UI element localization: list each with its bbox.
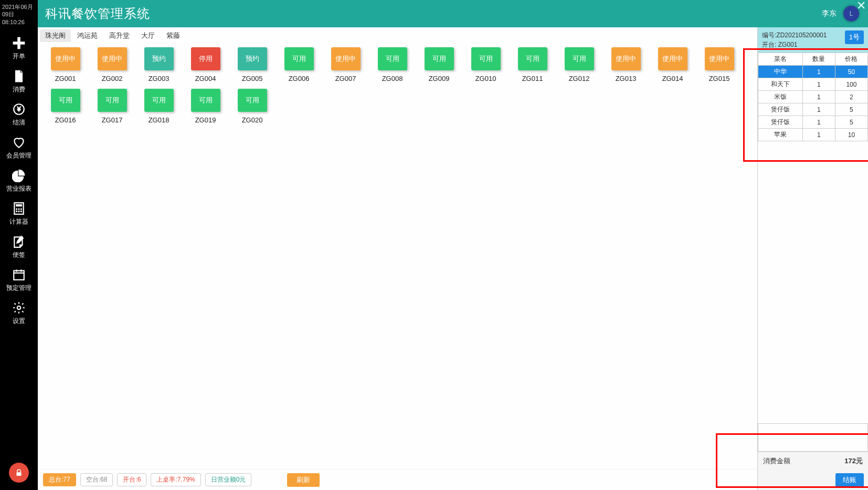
nav-member[interactable]: 会员管理 <box>0 130 38 163</box>
table-status-box[interactable]: 预约 <box>144 47 174 70</box>
clock: 2021年06月09日 08:10:26 <box>0 2 38 31</box>
nav-label: 营业报表 <box>6 184 31 193</box>
table-status-box[interactable]: 使用中 <box>98 47 127 70</box>
table-ZG001[interactable]: 使用中ZG001 <box>42 47 89 82</box>
nav-note[interactable]: 便签 <box>0 230 38 263</box>
tab-2[interactable]: 高升堂 <box>104 29 135 42</box>
table-status-box[interactable]: 可用 <box>518 47 547 70</box>
table-ZG009[interactable]: 可用ZG009 <box>416 47 462 82</box>
order-cell: 苹果 <box>758 129 803 141</box>
table-ZG015[interactable]: 使用中ZG015 <box>696 47 743 82</box>
order-header: 编号:ZD202105200001 开台: ZG001 1号 <box>758 27 868 53</box>
lock-button[interactable] <box>9 463 29 483</box>
table-ZG013[interactable]: 使用中ZG013 <box>602 47 649 82</box>
table-ZG004[interactable]: 停用ZG004 <box>182 47 229 82</box>
app-title: 科讯餐饮管理系统 <box>45 5 150 22</box>
table-status-box[interactable]: 使用中 <box>51 47 80 70</box>
table-status-box[interactable]: 使用中 <box>611 47 641 70</box>
table-ZG014[interactable]: 使用中ZG014 <box>649 47 696 82</box>
tab-3[interactable]: 大厅 <box>136 29 160 42</box>
order-row[interactable]: 苹果110 <box>758 129 868 141</box>
table-id-label: ZG003 <box>149 75 170 82</box>
table-status-box[interactable]: 可用 <box>144 89 174 112</box>
nav-label: 开单 <box>13 52 25 61</box>
order-cell: 中华 <box>758 66 803 78</box>
order-row[interactable]: 米饭12 <box>758 91 868 103</box>
document-icon <box>12 69 26 83</box>
order-note-area[interactable] <box>758 423 868 452</box>
table-status-box[interactable]: 可用 <box>238 89 267 112</box>
close-icon[interactable]: ✕ <box>856 0 866 13</box>
order-col-header: 数量 <box>802 53 835 66</box>
stat-open: 开台:6 <box>117 473 146 486</box>
gear-icon <box>12 301 26 315</box>
order-cell: 50 <box>835 66 867 78</box>
nav-report[interactable]: 营业报表 <box>0 163 38 196</box>
table-ZG008[interactable]: 可用ZG008 <box>369 47 416 82</box>
table-ZG020[interactable]: 可用ZG020 <box>229 89 276 124</box>
table-status-box[interactable]: 可用 <box>565 47 594 70</box>
table-id-label: ZG015 <box>709 75 730 82</box>
table-ZG017[interactable]: 可用ZG017 <box>89 89 135 124</box>
table-status-box[interactable]: 可用 <box>51 89 80 112</box>
order-row[interactable]: 煲仔饭15 <box>758 116 868 129</box>
order-cell: 1 <box>802 116 835 129</box>
username: 李东 <box>822 9 837 18</box>
nav-reserve[interactable]: 预定管理 <box>0 263 38 296</box>
table-status-box[interactable]: 可用 <box>191 89 220 112</box>
tab-0[interactable]: 珠光阁 <box>40 29 71 42</box>
order-row[interactable]: 中华150 <box>758 66 868 78</box>
tab-4[interactable]: 紫藤 <box>161 29 185 42</box>
nav-settings[interactable]: 设置 <box>0 296 38 329</box>
nav-calculator[interactable]: 计算器 <box>0 196 38 230</box>
nav-settle[interactable]: ¥ 结清 <box>0 97 38 130</box>
table-ZG010[interactable]: 可用ZG010 <box>462 47 509 82</box>
footer-stats: 总台:77 空台:68 开台:6 上桌率:7.79% 日营业额0元 刷新 <box>38 469 757 490</box>
order-cell: 10 <box>835 129 867 141</box>
table-ZG012[interactable]: 可用ZG012 <box>556 47 602 82</box>
table-status-box[interactable]: 可用 <box>471 47 501 70</box>
table-ZG002[interactable]: 使用中ZG002 <box>89 47 135 82</box>
table-status-box[interactable]: 停用 <box>191 47 220 70</box>
header-user: 李东 L <box>822 4 861 23</box>
order-row[interactable]: 煲仔饭15 <box>758 103 868 116</box>
svg-rect-17 <box>17 472 22 476</box>
table-id-label: ZG014 <box>662 75 683 82</box>
nav-consume[interactable]: 消费 <box>0 64 38 97</box>
table-id-label: ZG012 <box>569 75 590 82</box>
nav-label: 计算器 <box>9 217 28 226</box>
coin-icon: ¥ <box>12 102 26 116</box>
checkout-button[interactable]: 结账 <box>835 473 864 487</box>
table-ZG016[interactable]: 可用ZG016 <box>42 89 89 124</box>
nav-label: 设置 <box>13 317 25 326</box>
table-ZG003[interactable]: 预约ZG003 <box>135 47 182 82</box>
table-status-box[interactable]: 可用 <box>378 47 407 70</box>
table-id-label: ZG020 <box>242 116 263 124</box>
table-ZG019[interactable]: 可用ZG019 <box>182 89 229 124</box>
table-status-box[interactable]: 可用 <box>284 47 314 70</box>
table-ZG007[interactable]: 使用中ZG007 <box>322 47 369 82</box>
table-id-label: ZG017 <box>102 116 123 124</box>
table-status-box[interactable]: 使用中 <box>331 47 361 70</box>
table-id-label: ZG004 <box>195 75 216 82</box>
nav-open-order[interactable]: 开单 <box>0 31 38 64</box>
table-status-box[interactable]: 预约 <box>238 47 267 70</box>
table-ZG018[interactable]: 可用ZG018 <box>135 89 182 124</box>
table-ZG005[interactable]: 预约ZG005 <box>229 47 276 82</box>
order-id: 编号:ZD202105200001 <box>762 30 827 40</box>
pie-chart-icon <box>12 169 26 182</box>
order-row[interactable]: 和天下1100 <box>758 78 868 91</box>
table-id-label: ZG013 <box>616 75 637 82</box>
table-status-box[interactable]: 可用 <box>98 89 127 112</box>
table-status-box[interactable]: 使用中 <box>658 47 687 70</box>
refresh-button[interactable]: 刷新 <box>287 473 320 487</box>
table-status-box[interactable]: 可用 <box>425 47 454 70</box>
tab-1[interactable]: 鸿运苑 <box>72 29 103 42</box>
table-ZG006[interactable]: 可用ZG006 <box>276 47 322 82</box>
stat-total: 总台:77 <box>43 473 76 486</box>
total-value: 172元 <box>844 456 863 466</box>
table-id-label: ZG018 <box>149 116 170 124</box>
table-ZG011[interactable]: 可用ZG011 <box>509 47 556 82</box>
order-cell: 5 <box>835 116 867 129</box>
table-status-box[interactable]: 使用中 <box>705 47 734 70</box>
